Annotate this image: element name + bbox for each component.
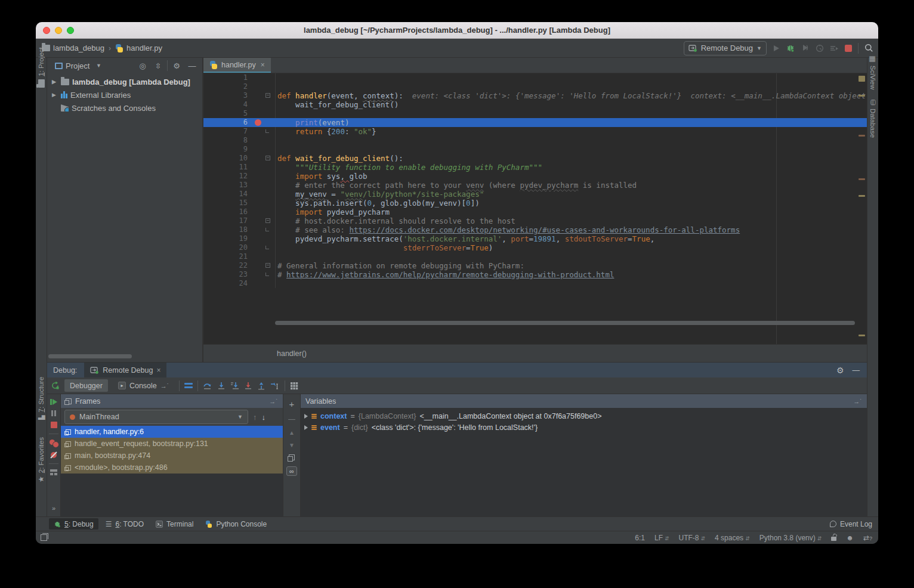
code-line[interactable]: 14 my_venv = "venv/lib/python*/site-pack… <box>203 190 867 199</box>
sync-status-icon[interactable]: ⇄? <box>863 534 872 542</box>
breakpoint-icon[interactable] <box>255 119 261 126</box>
fold-marker-icon[interactable] <box>265 246 269 249</box>
gutter[interactable]: 15 <box>203 199 276 208</box>
run-configuration-selector[interactable]: Remote Debug ▼ <box>684 41 767 55</box>
code-line[interactable]: 17 # host.docker.internal should resolve… <box>203 216 867 225</box>
gutter[interactable]: 2 <box>203 82 276 91</box>
close-session-icon[interactable]: × <box>156 366 160 375</box>
gutter[interactable]: 24 <box>203 279 276 288</box>
pause-program-icon[interactable] <box>51 410 56 416</box>
gutter[interactable]: 12 <box>203 172 276 181</box>
fold-marker-icon[interactable] <box>265 273 269 276</box>
gutter[interactable]: 4 <box>203 100 276 109</box>
hide-panel-icon[interactable]: — <box>186 61 199 70</box>
project-tree-item[interactable]: ▶lambda_debug [Lambda Debug] <box>47 75 202 88</box>
fold-marker-icon[interactable] <box>265 156 270 160</box>
variable-row[interactable]: event = {dict} <class 'dict'>: {'message… <box>301 422 867 433</box>
frame-row[interactable]: <module>, bootstrap.py:486 <box>61 462 283 474</box>
gutter[interactable]: 23 <box>203 270 276 279</box>
show-watches-icon[interactable]: ∞ <box>286 466 297 476</box>
frame-row[interactable]: handler, handler.py:6 <box>61 426 283 438</box>
code-line[interactable]: 22# General information on remote debugg… <box>203 261 867 270</box>
move-up-icon[interactable]: ▲ <box>289 429 295 436</box>
project-horizontal-scrollbar[interactable] <box>48 354 132 358</box>
variable-row[interactable]: context = {LambdaContext} <__main__.Lamb… <box>301 410 867 422</box>
view-breakpoints-icon[interactable] <box>50 440 58 447</box>
code-line[interactable]: 5 <box>203 109 867 118</box>
rerun-icon[interactable] <box>51 381 60 390</box>
show-execution-point-icon[interactable] <box>184 383 193 388</box>
code-line[interactable]: 10def wait_for_debug_client(): <box>203 154 867 163</box>
remove-watch-icon[interactable]: — <box>288 415 295 423</box>
gutter[interactable]: 10 <box>203 154 276 163</box>
tool-window-button-terminal[interactable]: Terminal <box>151 518 198 530</box>
run-concurrency-button[interactable] <box>830 45 839 52</box>
jump-to-prompt-icon[interactable]: →˙ <box>160 382 169 389</box>
tool-button-project[interactable]: 1: Project <box>38 38 45 97</box>
breadcrumb-function[interactable]: handler() <box>277 349 307 358</box>
hide-panel-icon[interactable]: — <box>853 366 860 375</box>
indent-selector[interactable]: 4 spaces⇵ <box>715 534 750 542</box>
gutter[interactable]: 16 <box>203 208 276 216</box>
minimize-window-button[interactable] <box>55 27 62 34</box>
profiler-button[interactable] <box>816 44 824 52</box>
add-watch-icon[interactable]: + <box>289 399 295 409</box>
gutter[interactable]: 21 <box>203 252 276 261</box>
resume-program-icon[interactable] <box>50 399 57 405</box>
focus-on-frame-icon[interactable]: →˙ <box>269 398 278 405</box>
gutter[interactable]: 17 <box>203 216 276 225</box>
chevron-down-icon[interactable]: ▼ <box>92 63 105 69</box>
fold-marker-icon[interactable] <box>265 263 270 268</box>
tool-button-structure[interactable]: ▙7: Structure <box>38 369 45 428</box>
gutter[interactable]: 22 <box>203 261 276 270</box>
debug-session-tab[interactable]: Remote Debug × <box>84 363 166 377</box>
step-into-icon[interactable] <box>217 382 226 390</box>
stop-icon[interactable] <box>51 422 57 428</box>
gutter[interactable]: 1 <box>203 73 276 82</box>
close-tab-icon[interactable]: × <box>261 61 265 69</box>
code-editor[interactable]: 123def handler(event, context): event: <… <box>203 73 867 344</box>
project-panel-title[interactable]: Project <box>66 61 89 70</box>
tool-button-sciview[interactable]: ▦SciView <box>869 50 877 95</box>
debug-button[interactable] <box>786 44 795 52</box>
gutter[interactable]: 8 <box>203 136 276 145</box>
project-tree-item[interactable]: ▶External Libraries <box>47 88 202 101</box>
frame-row[interactable]: handle_event_request, bootstrap.py:131 <box>61 438 283 450</box>
code-line[interactable]: 9 <box>203 145 867 154</box>
next-frame-icon[interactable]: ↓ <box>262 413 266 422</box>
move-down-icon[interactable]: ▼ <box>289 442 295 448</box>
line-ending-selector[interactable]: LF⇵ <box>654 534 669 542</box>
code-line[interactable]: 16 import pydevd_pycharm <box>203 208 867 216</box>
caret-position[interactable]: 6:1 <box>635 534 645 542</box>
editor-error-stripe[interactable] <box>857 73 866 344</box>
thread-dropdown[interactable]: MainThread ▼ <box>64 410 248 424</box>
tool-window-switcher-icon[interactable] <box>41 534 47 541</box>
gutter[interactable]: 14 <box>203 190 276 199</box>
locate-file-icon[interactable]: ◎ <box>136 61 149 70</box>
step-out-icon[interactable] <box>257 382 265 390</box>
tab-console[interactable]: ▸ Console →˙ <box>113 379 175 392</box>
gutter[interactable]: 5 <box>203 109 276 118</box>
stop-button[interactable] <box>845 45 852 52</box>
tool-button-database[interactable]: ⛁Database <box>869 96 877 141</box>
gutter[interactable]: 19 <box>203 234 276 243</box>
encoding-selector[interactable]: UTF-8⇵ <box>679 534 706 542</box>
expand-arrow-icon[interactable]: ▶ <box>52 92 58 98</box>
close-window-button[interactable] <box>43 27 50 34</box>
fold-marker-icon[interactable] <box>265 228 269 231</box>
editor-horizontal-scrollbar[interactable] <box>275 321 855 325</box>
view-breakpoints-icon[interactable] <box>290 382 298 390</box>
more-icon[interactable]: » <box>52 505 55 512</box>
code-line[interactable]: 18 # see also: https://docs.docker.com/d… <box>203 225 867 234</box>
focus-on-variables-icon[interactable]: →˙ <box>853 398 862 405</box>
code-line[interactable]: 8 <box>203 136 867 145</box>
gutter[interactable]: 20 <box>203 243 276 252</box>
gutter[interactable]: 9 <box>203 145 276 154</box>
expand-arrow-icon[interactable]: ▶ <box>52 79 58 85</box>
tool-window-button-pythonconsole[interactable]: Python Console <box>200 518 271 530</box>
run-button[interactable] <box>773 45 780 52</box>
collapse-all-icon[interactable]: ⇳ <box>152 61 165 70</box>
fold-marker-icon[interactable] <box>265 218 270 223</box>
gutter[interactable]: 13 <box>203 181 276 190</box>
fold-marker-icon[interactable] <box>265 129 269 133</box>
